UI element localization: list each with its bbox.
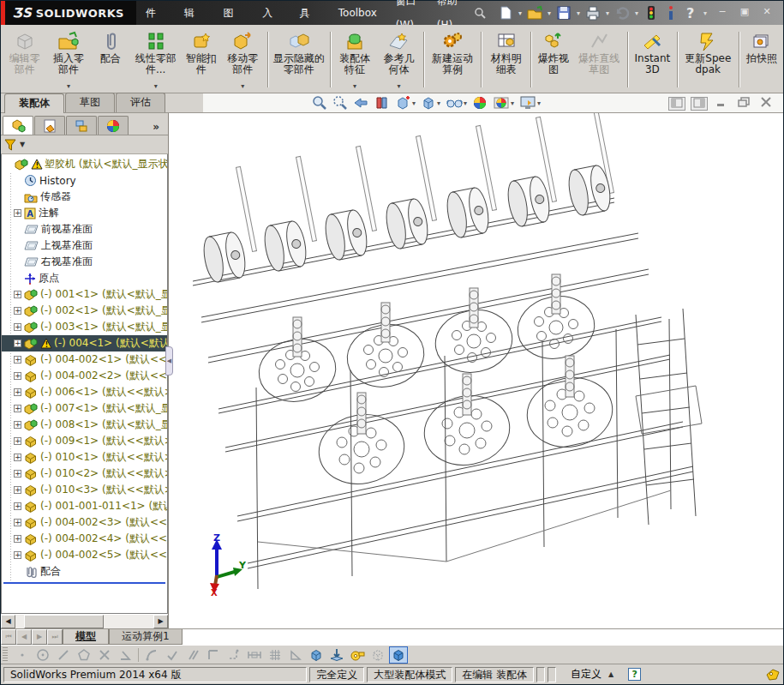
cmd-motion-study-button[interactable]: 新建运动算例: [427, 27, 478, 93]
tree-item[interactable]: History: [2, 172, 167, 189]
previous-view-button[interactable]: [353, 95, 368, 111]
restore-button[interactable]: ▣: [735, 5, 754, 21]
rollback-bar[interactable]: [3, 582, 165, 584]
cmd-instant3d-button[interactable]: Instant3D: [631, 27, 673, 93]
cmd-snapshot-button[interactable]: 拍快照: [742, 27, 781, 93]
cmd-exploded-view-button[interactable]: 爆炸视图: [534, 27, 573, 93]
cmd-dropdown-caret[interactable]: ▾: [67, 81, 70, 92]
panel-tab-property-manager[interactable]: [34, 116, 65, 135]
status-custom-dropdown[interactable]: 自定义 ▲: [559, 667, 625, 682]
b-snap-arc-button[interactable]: [142, 646, 161, 664]
cmd-smart-fasteners-button[interactable]: 智能扣件: [182, 27, 221, 93]
help-question-dropdown-caret[interactable]: ▾: [701, 9, 709, 17]
tree-item[interactable]: +A注解: [2, 205, 167, 221]
tree-item[interactable]: +(-) 001-001-011<1> (默认<: [2, 498, 167, 514]
search-pin-icon[interactable]: [467, 1, 493, 25]
save-dropdown-caret[interactable]: ▾: [574, 9, 583, 17]
tree-item[interactable]: +(-) 009<1> (默认<<默认>_显: [2, 433, 167, 449]
scroll-right-arrow[interactable]: ▶: [153, 615, 168, 628]
tree-item[interactable]: 右视基准面: [2, 254, 167, 270]
sheet-nav-1[interactable]: ⏮: [1, 629, 16, 645]
cad-model-wireframe[interactable]: [169, 113, 780, 628]
cmd-linear-pattern-button[interactable]: 线性零部件...▾: [130, 27, 182, 93]
tree-expand-box[interactable]: +: [14, 437, 21, 445]
b-cube-view-button[interactable]: [389, 646, 408, 664]
b-cube-3d-button[interactable]: [307, 646, 326, 664]
tree-item[interactable]: 上视基准面: [2, 237, 167, 254]
cmd-reference-geometry-button[interactable]: 参考几何体▾: [377, 27, 421, 93]
zoom-area-button[interactable]: [332, 95, 348, 111]
new-doc-button[interactable]: [496, 3, 515, 22]
toolbar-drag-handle[interactable]: [3, 647, 8, 663]
doc-minimize-button[interactable]: [713, 97, 730, 111]
cmd-insert-component-button[interactable]: 插入零部件▾: [46, 27, 90, 93]
tree-item[interactable]: +(-) 004-002<1> (默认<<默认: [2, 352, 167, 368]
sheet-nav-2[interactable]: ◀: [16, 629, 32, 645]
b-plane-arrow-button[interactable]: [327, 646, 346, 664]
tree-item[interactable]: +(-) 003<1> (默认<默认_显示: [2, 319, 167, 335]
b-grid-button[interactable]: [266, 646, 284, 664]
cmd-assembly-features-button[interactable]: 装配体特征▾: [332, 27, 376, 93]
apply-scene-button[interactable]: ▾: [493, 95, 514, 111]
tree-expand-box[interactable]: +: [14, 519, 21, 526]
graphics-viewport[interactable]: Z Y X: [169, 113, 783, 628]
tree-item[interactable]: +(-) 004-002<2> (默认<<默认: [2, 368, 167, 384]
sheet-nav-4[interactable]: ⏭: [47, 629, 63, 645]
cmd-dropdown-caret[interactable]: ▾: [241, 81, 244, 92]
tree-expand-box[interactable]: +: [14, 405, 21, 412]
tree-expand-box[interactable]: +: [14, 339, 21, 347]
new-doc-dropdown-caret[interactable]: ▾: [516, 9, 524, 17]
minimize-button[interactable]: ─: [713, 5, 732, 21]
panel-tab-feature-manager[interactable]: [3, 116, 33, 135]
tree-item[interactable]: +(-) 010<1> (默认<<默认>_显: [2, 449, 167, 466]
b-angle-button[interactable]: [116, 646, 135, 664]
b-parallel-button[interactable]: [183, 646, 202, 664]
zoom-fit-button[interactable]: [312, 95, 327, 111]
undo-dropdown-caret[interactable]: ▾: [632, 9, 641, 17]
tree-item[interactable]: +(-) 010<3> (默认<<默认>_显: [2, 482, 167, 498]
b-corner-button[interactable]: [204, 646, 223, 664]
tree-item-root[interactable]: !塑胶机 (默认<默认_显示状: [2, 156, 167, 172]
tree-expand-box[interactable]: +: [14, 323, 21, 331]
tab-模型[interactable]: 模型: [63, 629, 109, 645]
view-orientation-button[interactable]: ▾: [394, 95, 416, 111]
cmd-speedpak-button[interactable]: 更新Speedpak: [679, 27, 736, 93]
edit-appearance-button[interactable]: [472, 95, 488, 111]
cmd-show-hidden-button[interactable]: 显示隐藏的零部件: [271, 27, 327, 93]
doc-close-button[interactable]: [757, 97, 775, 111]
panel-tabs-overflow-chevron[interactable]: »: [146, 121, 166, 135]
b-cross-button[interactable]: [95, 646, 114, 664]
tree-expand-box[interactable]: +: [14, 421, 21, 429]
b-measure-button[interactable]: [348, 646, 367, 664]
close-button[interactable]: ✕: [757, 5, 776, 21]
tree-item[interactable]: +!(-) 004<1> (默认<默认_显: [2, 335, 167, 352]
sheet-nav-3[interactable]: ▶: [32, 629, 47, 645]
tree-expand-box[interactable]: +: [14, 388, 21, 396]
tree-expand-box[interactable]: +: [14, 372, 21, 380]
view-settings-button[interactable]: ▾: [519, 95, 541, 111]
hide-show-items-button[interactable]: ▾: [446, 97, 467, 109]
tree-item[interactable]: +(-) 007<1> (默认<默认_显示: [2, 400, 167, 417]
tree-item[interactable]: +(-) 008<1> (默认<默认_显示: [2, 417, 167, 433]
tree-item[interactable]: +(-) 010<2> (默认<<默认> 显: [2, 466, 167, 482]
cmd-dropdown-caret[interactable]: ▾: [353, 81, 356, 92]
print-button[interactable]: [584, 3, 602, 22]
view-settings-caret[interactable]: ▾: [537, 99, 541, 107]
tree-item[interactable]: +(-) 004-002<5> (默认<<默认: [2, 547, 167, 563]
panel-splitter-handle[interactable]: ◀: [165, 346, 173, 376]
doc-pane-left-button[interactable]: [668, 97, 685, 111]
hide-show-items-caret[interactable]: ▾: [464, 99, 467, 107]
b-circle-button[interactable]: [33, 646, 52, 664]
menu-6[interactable]: Toolbox: [329, 1, 386, 25]
tree-expand-box[interactable]: +: [14, 307, 21, 315]
tree-expand-box[interactable]: +: [14, 356, 21, 364]
undo-button[interactable]: [613, 3, 631, 22]
rebuild-traffic-light-button[interactable]: [642, 3, 661, 22]
cmd-mate-button[interactable]: 配合: [91, 27, 130, 93]
section-view-button[interactable]: [374, 95, 389, 111]
b-line-button[interactable]: [54, 646, 73, 664]
tree-item[interactable]: +(-) 004-002<3> (默认<<默认: [2, 514, 167, 531]
tree-item[interactable]: +(-) 001<1> (默认<默认_显示: [2, 286, 167, 303]
panel-tab-display-manager[interactable]: [98, 116, 129, 135]
tree-item[interactable]: +(-) 006<1> (默认<<默认>_显: [2, 384, 167, 400]
